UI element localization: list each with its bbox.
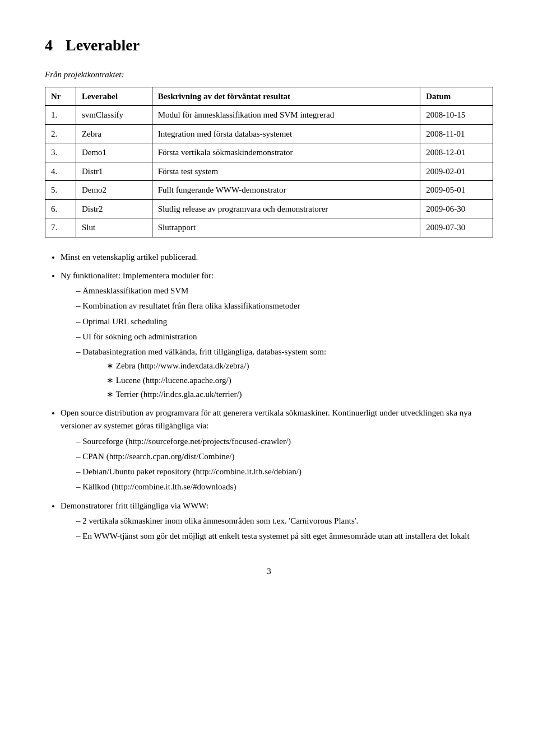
dash-item-1-2: Optimal URL scheduling xyxy=(76,315,493,328)
chapter-number: 4 xyxy=(45,36,53,54)
table-cell-beskrivning: Fullt fungerande WWW-demonstrator xyxy=(152,181,420,200)
table-cell-nr: 5. xyxy=(45,181,76,200)
dash-item-3-0: 2 vertikala sökmaskiner inom olika ämnes… xyxy=(76,515,493,528)
table-cell-leverabel: Distr2 xyxy=(76,199,152,218)
table-row: 3.Demo1Första vertikala sökmaskindemonst… xyxy=(45,143,493,162)
dash-item-2-3: Källkod (http://combine.it.lth.se/#downl… xyxy=(76,480,493,493)
sub-star-list-1-4: Zebra (http://www.indexdata.dk/zebra/)Lu… xyxy=(106,360,493,401)
page-content: 4 Leverabler Från projektkontraktet: Nr … xyxy=(45,34,493,543)
sub-dash-list-1: Ämnesklassifikation med SVMKombination a… xyxy=(76,284,493,401)
table-row: 7.SlutSlutrapport2009-07-30 xyxy=(45,218,493,237)
table-cell-nr: 2. xyxy=(45,124,76,143)
table-cell-datum: 2009-07-30 xyxy=(420,218,493,237)
bullet-item-2: Open source distribution av programvara … xyxy=(61,407,493,494)
table-row: 5.Demo2Fullt fungerande WWW-demonstrator… xyxy=(45,181,493,200)
table-cell-beskrivning: Slutlig release av programvara och demon… xyxy=(152,199,420,218)
deliverables-table: Nr Leverabel Beskrivning av det förvänta… xyxy=(45,87,493,237)
table-cell-leverabel: Slut xyxy=(76,218,152,237)
bullet-text-1: Ny funktionalitet: Implementera moduler … xyxy=(61,271,214,280)
table-cell-nr: 6. xyxy=(45,199,76,218)
table-cell-beskrivning: Första test system xyxy=(152,162,420,181)
bullet-item-3: Demonstratorer fritt tillgängliga via WW… xyxy=(61,500,493,543)
dash-item-2-0: Sourceforge (http://sourceforge.net/proj… xyxy=(76,435,493,448)
bullet-text-3: Demonstratorer fritt tillgängliga via WW… xyxy=(61,501,208,510)
table-cell-leverabel: Demo1 xyxy=(76,143,152,162)
table-cell-beskrivning: Första vertikala sökmaskindemonstrator xyxy=(152,143,420,162)
table-row: 4.Distr1Första test system2009-02-01 xyxy=(45,162,493,181)
dash-item-1-0: Ämnesklassifikation med SVM xyxy=(76,284,493,297)
table-row: 2.ZebraIntegration med första databas-sy… xyxy=(45,124,493,143)
from-contract-label: Från projektkontraktet: xyxy=(45,68,493,81)
table-row: 6.Distr2Slutlig release av programvara o… xyxy=(45,199,493,218)
table-cell-leverabel: svmClassify xyxy=(76,106,152,125)
table-cell-beskrivning: Integration med första databas-systemet xyxy=(152,124,420,143)
table-cell-datum: 2009-06-30 xyxy=(420,199,493,218)
star-item-1-4-0: Zebra (http://www.indexdata.dk/zebra/) xyxy=(106,360,493,372)
col-header-beskrivning: Beskrivning av det förväntat resultat xyxy=(152,87,420,106)
table-cell-datum: 2008-10-15 xyxy=(420,106,493,125)
main-bullet-list: Minst en vetenskaplig artikel publicerad… xyxy=(61,251,493,543)
col-header-nr: Nr xyxy=(45,87,76,106)
table-cell-leverabel: Demo2 xyxy=(76,181,152,200)
dash-item-2-1: CPAN (http://search.cpan.org/dist/Combin… xyxy=(76,450,493,463)
dash-item-2-2: Debian/Ubuntu paket repository (http://c… xyxy=(76,465,493,478)
bullet-item-1: Ny funktionalitet: Implementera moduler … xyxy=(61,269,493,401)
sub-dash-list-2: Sourceforge (http://sourceforge.net/proj… xyxy=(76,435,493,494)
table-cell-beskrivning: Modul för ämnesklassifikation med SVM in… xyxy=(152,106,420,125)
table-cell-nr: 4. xyxy=(45,162,76,181)
star-item-1-4-1: Lucene (http://lucene.apache.org/) xyxy=(106,374,493,387)
bullet-item-0: Minst en vetenskaplig artikel publicerad… xyxy=(61,251,493,264)
dash-item-3-1: En WWW-tjänst som gör det möjligt att en… xyxy=(76,530,493,543)
chapter-title-text: Leverabler xyxy=(66,36,140,54)
col-header-datum: Datum xyxy=(420,87,493,106)
table-cell-datum: 2008-11-01 xyxy=(420,124,493,143)
table-cell-nr: 7. xyxy=(45,218,76,237)
col-header-leverabel: Leverabel xyxy=(76,87,152,106)
table-cell-datum: 2009-05-01 xyxy=(420,181,493,200)
table-row: 1.svmClassifyModul för ämnesklassifikati… xyxy=(45,106,493,125)
table-cell-leverabel: Distr1 xyxy=(76,162,152,181)
dash-item-1-1: Kombination av resultatet från flera oli… xyxy=(76,300,493,312)
table-cell-beskrivning: Slutrapport xyxy=(152,218,420,237)
bullet-text-2: Open source distribution av programvara … xyxy=(61,408,472,430)
dash-item-1-4: Databasintegration med välkända, fritt t… xyxy=(76,346,493,401)
dash-item-1-3: UI för sökning och administration xyxy=(76,330,493,343)
table-cell-datum: 2009-02-01 xyxy=(420,162,493,181)
sub-dash-list-3: 2 vertikala sökmaskiner inom olika ämnes… xyxy=(76,515,493,543)
bullet-text-0: Minst en vetenskaplig artikel publicerad… xyxy=(61,253,198,262)
page-number: 3 xyxy=(45,565,493,578)
table-cell-nr: 3. xyxy=(45,143,76,162)
star-item-1-4-2: Terrier (http://ir.dcs.gla.ac.uk/terrier… xyxy=(106,388,493,401)
table-cell-datum: 2008-12-01 xyxy=(420,143,493,162)
chapter-heading: 4 Leverabler xyxy=(45,34,493,57)
table-cell-leverabel: Zebra xyxy=(76,124,152,143)
table-cell-nr: 1. xyxy=(45,106,76,125)
